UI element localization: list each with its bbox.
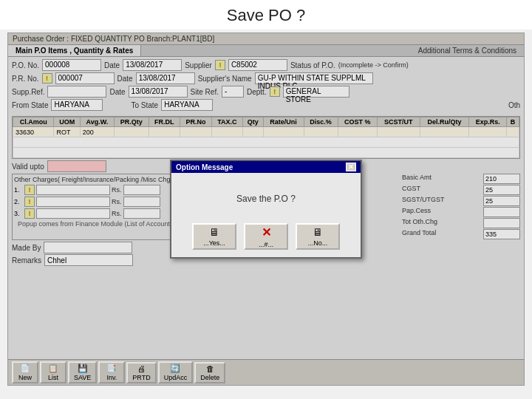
page-title: Save PO ? [0,0,532,30]
modal-cancel-button[interactable]: 🖥 ...No... [296,223,340,250]
yes-label: ...Yes... [203,239,225,247]
modal-dialog: Option Message ✕ Save the P.O ? 🖥 ...Yes… [170,160,362,259]
modal-no-button[interactable]: ✕ ...#... [244,223,288,250]
modal-content: Save the P.O ? [171,173,361,217]
modal-title-bar: Option Message ✕ [171,161,361,173]
no-label: ...#... [259,241,273,248]
cancel-label: ...No... [308,239,328,247]
modal-close-button[interactable]: ✕ [346,163,356,171]
modal-title-text: Option Message [176,163,233,171]
title-text: Save PO ? [227,6,305,24]
modal-overlay: Option Message ✕ Save the P.O ? 🖥 ...Yes… [8,33,524,385]
yes-icon: 🖥 [209,226,219,238]
no-icon: ✕ [262,225,271,239]
main-window: Purchase Order : FIXED QUANTITY PO Branc… [7,33,525,386]
modal-message-text: Save the P.O ? [236,194,296,204]
cancel-icon: 🖥 [313,226,323,238]
modal-yes-button[interactable]: 🖥 ...Yes... [192,223,236,250]
modal-buttons: 🖥 ...Yes... ✕ ...#... 🖥 ...No... [171,217,361,257]
